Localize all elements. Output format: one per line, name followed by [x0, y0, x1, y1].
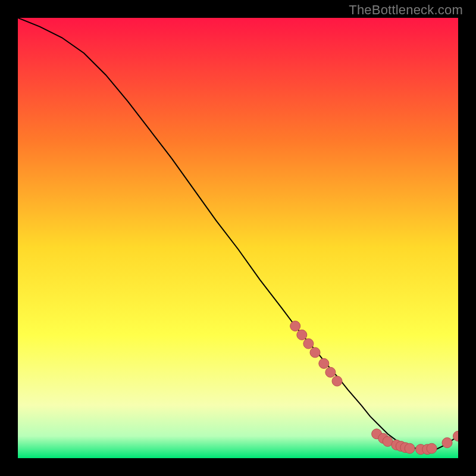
chart-svg [18, 18, 458, 458]
gradient-backdrop [18, 18, 458, 458]
data-dot [405, 443, 415, 453]
data-dot [310, 347, 320, 358]
data-dot [442, 438, 452, 448]
data-dot [427, 443, 437, 453]
attribution-label: TheBottleneck.com [349, 2, 463, 18]
data-dot [319, 358, 329, 368]
data-dot [332, 376, 342, 386]
plot-area [18, 18, 458, 458]
chart-container: TheBottleneck.com [0, 0, 476, 476]
data-dot [297, 330, 307, 340]
data-dot [303, 339, 314, 349]
data-dot [290, 321, 300, 331]
data-dot [325, 367, 336, 377]
